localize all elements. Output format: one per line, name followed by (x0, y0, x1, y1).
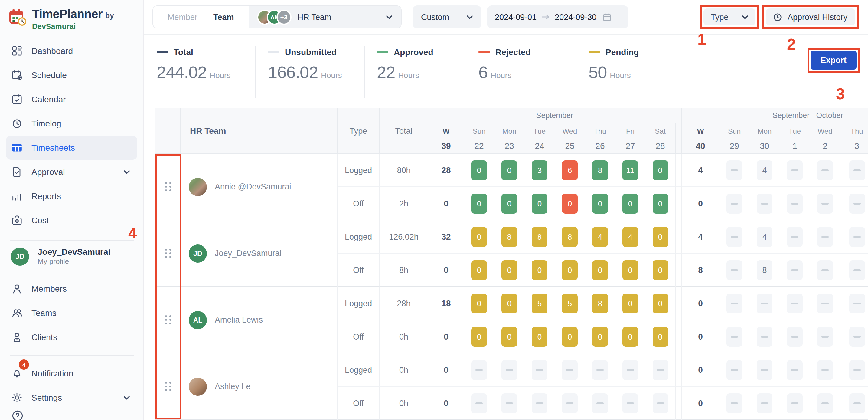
hours-chip-empty[interactable] (849, 393, 865, 413)
hours-chip-empty[interactable] (562, 393, 578, 413)
hours-chip-pending[interactable]: 0 (652, 227, 668, 247)
hours-chip-pending[interactable]: 0 (501, 327, 517, 347)
team-selector[interactable]: AL +3 HR Team (249, 6, 401, 28)
hours-chip-pending[interactable]: 0 (501, 260, 517, 280)
sidebar-item-reports[interactable]: Reports (6, 184, 137, 208)
hours-chip-empty[interactable] (849, 260, 865, 280)
sidebar-item-notification[interactable]: 4Notification (6, 361, 137, 386)
sidebar-item-timelog[interactable]: Timelog (6, 111, 137, 136)
sidebar-item-timesheets[interactable]: Timesheets (6, 136, 137, 160)
approval-history-button[interactable]: Approval History (766, 8, 855, 25)
hours-chip-pending[interactable]: 8 (532, 227, 548, 247)
sidebar-item-settings[interactable]: Settings (6, 386, 137, 410)
hours-chip-rejected[interactable]: 0 (562, 193, 578, 213)
export-button[interactable]: Export (810, 51, 857, 69)
hours-chip-empty[interactable] (726, 193, 742, 213)
hours-chip-empty[interactable] (757, 293, 772, 313)
drag-handle[interactable] (165, 382, 171, 391)
hours-chip-empty[interactable] (817, 393, 833, 413)
hours-chip-empty[interactable] (849, 160, 865, 180)
hours-chip-empty[interactable] (787, 160, 803, 180)
hours-chip-approved[interactable]: 11 (622, 160, 638, 180)
sidebar-item-teams[interactable]: Teams (6, 301, 137, 325)
hours-chip-empty[interactable] (652, 360, 668, 380)
hours-chip-empty[interactable] (849, 293, 865, 313)
hours-chip-empty[interactable] (622, 360, 638, 380)
hours-chip-pending[interactable]: 0 (622, 293, 638, 313)
hours-chip-pending[interactable]: 0 (471, 227, 487, 247)
hours-chip-rejected[interactable]: 6 (562, 160, 578, 180)
hours-chip-empty[interactable] (471, 360, 487, 380)
hours-chip-empty[interactable] (787, 260, 803, 280)
hours-chip-empty[interactable] (787, 227, 803, 247)
hours-chip-empty[interactable] (787, 393, 803, 413)
hours-chip-empty[interactable] (757, 360, 772, 380)
hours-chip-pending[interactable]: 0 (562, 327, 578, 347)
date-range-picker[interactable]: 2024-09-01 2024-09-30 (487, 5, 628, 28)
type-filter[interactable]: Type (704, 8, 755, 25)
hours-chip-pending[interactable]: 0 (622, 260, 638, 280)
drag-handle[interactable] (165, 182, 171, 191)
member-cell[interactable]: ALAmelia Lewis (181, 287, 338, 354)
hours-chip-empty[interactable] (562, 360, 578, 380)
hours-chip-empty[interactable] (501, 360, 517, 380)
hours-chip-approved[interactable]: 0 (501, 160, 517, 180)
hours-chip-pending[interactable]: 0 (501, 293, 517, 313)
hours-chip-approved[interactable]: 8 (592, 160, 608, 180)
hours-chip-empty[interactable] (849, 360, 865, 380)
sidebar-item-schedule[interactable]: Schedule (6, 63, 137, 87)
hours-chip-empty[interactable] (849, 193, 865, 213)
hours-chip-pending[interactable]: 0 (562, 260, 578, 280)
hours-chip-empty[interactable] (592, 360, 608, 380)
hours-chip-pending[interactable]: 0 (592, 327, 608, 347)
hours-chip-pending[interactable]: 0 (532, 327, 548, 347)
hours-chip-empty[interactable] (787, 193, 803, 213)
hours-chip-empty[interactable] (817, 160, 833, 180)
profile-item[interactable]: JD Joey_DevSamurai My profile (11, 247, 111, 266)
sidebar-item-calendar[interactable]: Calendar (6, 87, 137, 111)
hours-chip-empty[interactable] (726, 393, 742, 413)
hours-chip-pending[interactable]: 0 (471, 293, 487, 313)
hours-chip-number[interactable]: 4 (757, 160, 772, 180)
hours-chip-pending[interactable]: 8 (592, 293, 608, 313)
sidebar-item-clients[interactable]: Clients (6, 325, 137, 349)
hours-chip-approved[interactable]: 0 (622, 193, 638, 213)
view-toggle-member[interactable]: Member (167, 12, 197, 22)
hours-chip-empty[interactable] (726, 160, 742, 180)
drag-handle[interactable] (165, 315, 171, 324)
hours-chip-pending[interactable]: 8 (562, 227, 578, 247)
date-start[interactable]: 2024-09-01 (495, 12, 536, 22)
hours-chip-pending[interactable]: 5 (532, 293, 548, 313)
drag-handle[interactable] (165, 249, 171, 258)
hours-chip-empty[interactable] (817, 360, 833, 380)
hours-chip-empty[interactable] (757, 327, 772, 347)
hours-chip-pending[interactable]: 0 (652, 293, 668, 313)
hours-chip-empty[interactable] (726, 360, 742, 380)
hours-chip-approved[interactable]: 0 (652, 193, 668, 213)
hours-chip-empty[interactable] (757, 393, 772, 413)
member-cell[interactable]: JDJoey_DevSamurai (181, 220, 338, 287)
hours-chip-empty[interactable] (726, 327, 742, 347)
hours-chip-empty[interactable] (532, 360, 548, 380)
hours-chip-empty[interactable] (787, 327, 803, 347)
hours-chip-empty[interactable] (652, 393, 668, 413)
hours-chip-empty[interactable] (532, 393, 548, 413)
hours-chip-approved[interactable]: 0 (471, 193, 487, 213)
hours-chip-pending[interactable]: 8 (501, 227, 517, 247)
sidebar-item-members[interactable]: Members (6, 276, 137, 301)
hours-chip-empty[interactable] (726, 227, 742, 247)
hours-chip-empty[interactable] (817, 227, 833, 247)
hours-chip-approved[interactable]: 0 (501, 193, 517, 213)
hours-chip-empty[interactable] (471, 393, 487, 413)
range-preset-select[interactable]: Custom (412, 5, 482, 28)
hours-chip-approved[interactable]: 0 (652, 160, 668, 180)
hours-chip-empty[interactable] (757, 193, 772, 213)
member-cell[interactable]: Annie @DevSamurai (181, 154, 338, 220)
hours-chip-empty[interactable] (726, 293, 742, 313)
help-icon[interactable] (11, 409, 24, 420)
hours-chip-pending[interactable]: 0 (471, 260, 487, 280)
member-cell[interactable]: Ashley Le (181, 354, 338, 420)
sidebar-item-dashboard[interactable]: Dashboard (6, 39, 137, 63)
hours-chip-number[interactable]: 4 (757, 227, 772, 247)
hours-chip-approved[interactable]: 3 (532, 160, 548, 180)
